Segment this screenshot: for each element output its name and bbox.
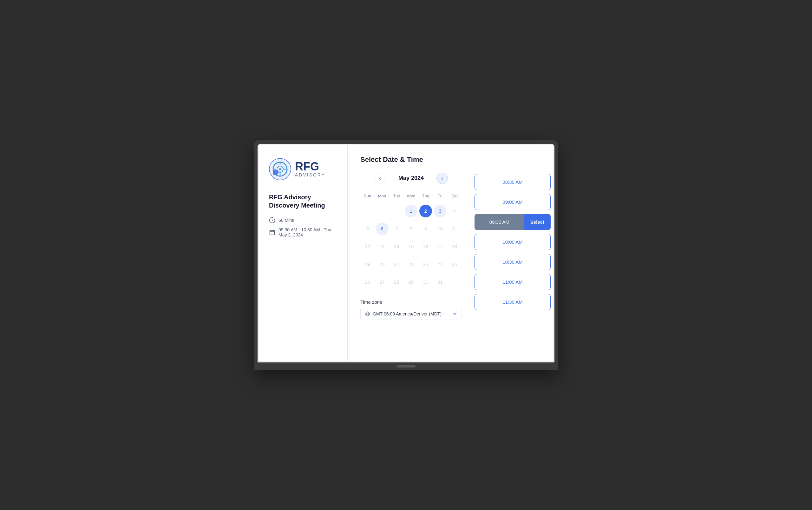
cal-day-17: 17 bbox=[433, 238, 448, 255]
cal-day-10: 10 bbox=[433, 221, 448, 237]
time-slot-row-830: 08:30 AM bbox=[475, 174, 551, 190]
datetime-detail: 09:30 AM - 10:30 AM , Thu, May 2, 2024 bbox=[269, 227, 337, 237]
globe-icon bbox=[365, 311, 370, 316]
cal-day-19: 19 bbox=[360, 256, 375, 273]
time-slot-1100am[interactable]: 11:00 AM bbox=[475, 274, 551, 290]
logo-text: RFG ADVISORY bbox=[295, 161, 325, 177]
cal-header-tue: Tue bbox=[389, 192, 404, 200]
cal-day-21: 21 bbox=[389, 256, 404, 273]
timezone-value: GMT-06:00 America/Denver (MDT) bbox=[373, 311, 450, 316]
cal-header-thu: Thu bbox=[418, 192, 433, 200]
time-slot-1130am[interactable]: 11:30 AM bbox=[475, 294, 551, 310]
laptop-screen: RFG ADVISORY RFG AdvisoryDiscovery Meeti… bbox=[258, 144, 554, 362]
cal-day-9: 9 bbox=[418, 221, 433, 237]
time-slot-row-1000: 10:00 AM bbox=[475, 234, 551, 250]
sidebar: RFG ADVISORY RFG AdvisoryDiscovery Meeti… bbox=[259, 145, 348, 361]
cal-day-30: 30 bbox=[418, 274, 433, 290]
cal-header-wed: Wed bbox=[404, 192, 418, 200]
laptop-frame: RFG ADVISORY RFG AdvisoryDiscovery Meeti… bbox=[254, 140, 558, 370]
time-slots-panel: 08:30 AM 09:00 AM 09:30 AM Select 10:00 … bbox=[475, 173, 551, 320]
cal-header-mon: Mon bbox=[375, 192, 390, 200]
time-slot-row-1100: 11:00 AM bbox=[475, 274, 551, 290]
cal-day-7: 7 bbox=[389, 221, 404, 237]
cal-day-3[interactable]: 3 bbox=[433, 203, 448, 219]
cal-day-24: 24 bbox=[433, 256, 448, 273]
main-content: Select Date & Time ‹ May 2024 › bbox=[348, 145, 554, 361]
duration-text: 60 Mins bbox=[278, 218, 294, 223]
cal-day-29: 29 bbox=[404, 274, 418, 290]
laptop-notch bbox=[396, 365, 416, 368]
logo-container: RFG ADVISORY bbox=[269, 158, 337, 180]
calendar-header-row: Sun Mon Tue Wed Thu Fri Sat bbox=[360, 192, 462, 200]
svg-rect-9 bbox=[270, 230, 275, 235]
meeting-details: 60 Mins 09:30 AM - 10:30 AM , Thu, May 2… bbox=[269, 217, 337, 237]
time-slot-900am[interactable]: 09:00 AM bbox=[475, 194, 551, 210]
cal-day-1[interactable]: 1 bbox=[404, 203, 418, 219]
cal-day-22: 22 bbox=[404, 256, 418, 273]
calendar-week-4: 19 20 21 22 23 24 25 bbox=[360, 256, 462, 273]
cal-day-13: 13 bbox=[375, 238, 390, 255]
cal-day-5: 5 bbox=[360, 221, 375, 237]
select-confirm-button[interactable]: Select bbox=[524, 214, 551, 230]
duration-detail: 60 Mins bbox=[269, 217, 337, 223]
time-slot-1030am[interactable]: 10:30 AM bbox=[475, 254, 551, 270]
cal-header-sun: Sun bbox=[360, 192, 375, 200]
prev-month-button[interactable]: ‹ bbox=[374, 173, 386, 184]
time-slot-row-930: 09:30 AM Select bbox=[475, 214, 551, 230]
cal-day-15: 15 bbox=[404, 238, 418, 255]
calendar-week-2: 5 6 7 8 9 10 11 bbox=[360, 221, 462, 237]
time-slot-830am[interactable]: 08:30 AM bbox=[475, 174, 551, 190]
cal-day-empty-end bbox=[447, 274, 462, 290]
cal-day-empty-1 bbox=[360, 203, 375, 219]
calendar-time-layout: ‹ May 2024 › Sun Mon Tue Wed Thu bbox=[360, 173, 551, 320]
time-slot-row-1130: 11:30 AM bbox=[475, 294, 551, 310]
cal-day-2[interactable]: 2 bbox=[418, 203, 433, 219]
cal-day-6[interactable]: 6 bbox=[375, 221, 390, 237]
cal-day-12: 12 bbox=[360, 238, 375, 255]
logo-area: RFG ADVISORY bbox=[269, 158, 337, 180]
screen-inner: RFG ADVISORY RFG AdvisoryDiscovery Meeti… bbox=[259, 145, 553, 361]
timezone-section: Time zone GMT-06:00 America/Denver (MDT) bbox=[360, 299, 462, 320]
calendar-week-3: 12 13 14 15 16 17 18 bbox=[360, 238, 462, 255]
cal-day-16: 16 bbox=[418, 238, 433, 255]
cal-day-empty-3 bbox=[389, 203, 404, 219]
time-slot-930am[interactable]: 09:30 AM bbox=[475, 214, 524, 230]
cal-header-sat: Sat bbox=[447, 192, 462, 200]
calendar-navigation: ‹ May 2024 › bbox=[360, 173, 462, 184]
cal-day-8: 8 bbox=[404, 221, 418, 237]
cal-day-20: 20 bbox=[375, 256, 390, 273]
logo-advisory-label: ADVISORY bbox=[295, 172, 325, 177]
datetime-text: 09:30 AM - 10:30 AM , Thu, May 2, 2024 bbox=[278, 227, 337, 237]
time-slot-row-900: 09:00 AM bbox=[475, 194, 551, 210]
timezone-label: Time zone bbox=[360, 299, 462, 305]
calendar-section: ‹ May 2024 › Sun Mon Tue Wed Thu bbox=[360, 173, 462, 320]
meeting-title: RFG AdvisoryDiscovery Meeting bbox=[269, 193, 337, 209]
calendar-grid: Sun Mon Tue Wed Thu Fri Sat bbox=[360, 192, 462, 290]
next-month-button[interactable]: › bbox=[437, 173, 448, 184]
time-slot-row-1030: 10:30 AM bbox=[475, 254, 551, 270]
cal-day-18: 18 bbox=[447, 238, 462, 255]
cal-day-23: 23 bbox=[418, 256, 433, 273]
cal-day-31: 31 bbox=[433, 274, 448, 290]
cal-day-28: 28 bbox=[389, 274, 404, 290]
calendar-icon bbox=[269, 229, 275, 235]
cal-day-11: 11 bbox=[447, 221, 462, 237]
svg-point-7 bbox=[279, 168, 281, 170]
timezone-select[interactable]: GMT-06:00 America/Denver (MDT) bbox=[360, 308, 462, 320]
cal-header-fri: Fri bbox=[433, 192, 448, 200]
calendar-week-1: 1 2 3 4 bbox=[360, 203, 462, 219]
cal-day-25: 25 bbox=[447, 256, 462, 273]
cal-day-26: 26 bbox=[360, 274, 375, 290]
cal-day-27: 27 bbox=[375, 274, 390, 290]
page-title: Select Date & Time bbox=[360, 155, 551, 164]
timezone-chevron-icon bbox=[453, 312, 457, 316]
time-slot-1000am[interactable]: 10:00 AM bbox=[475, 234, 551, 250]
month-label: May 2024 bbox=[392, 175, 430, 181]
rfg-logo-icon bbox=[269, 158, 291, 180]
calendar-week-5: 26 27 28 29 30 31 bbox=[360, 274, 462, 290]
cal-day-empty-2 bbox=[375, 203, 390, 219]
clock-icon bbox=[269, 217, 275, 223]
laptop-bottom bbox=[258, 362, 554, 370]
logo-rfg-label: RFG bbox=[295, 161, 325, 172]
cal-day-14: 14 bbox=[389, 238, 404, 255]
